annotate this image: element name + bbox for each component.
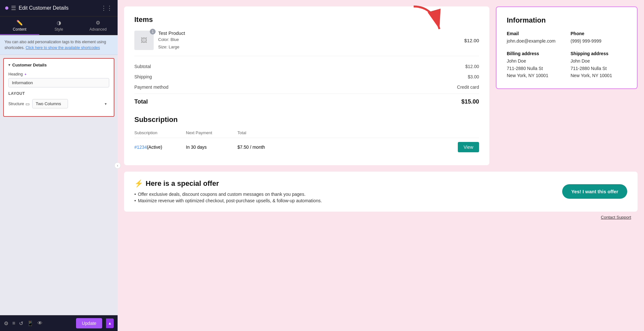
sidebar-header: ☰ Edit Customer Details ⋮⋮	[0, 0, 118, 16]
tab-content[interactable]: ✏️ Content	[0, 16, 39, 35]
contact-support-link[interactable]: Contact Support	[601, 212, 638, 220]
col-subscription: Subscription	[134, 130, 179, 135]
col-total: Total	[237, 130, 276, 135]
panel-toggle[interactable]: ▾ Customer Details	[8, 63, 109, 67]
summary-subtotal: Subtotal $12.00	[134, 61, 479, 72]
offer-button[interactable]: Yes! I want this offer	[562, 184, 627, 199]
mobile-icon[interactable]: 📱	[27, 320, 34, 326]
sub-total: $7.50 / month	[237, 145, 276, 150]
phone-value: (999) 999-9999	[571, 37, 627, 45]
information-card: Information Email john.doe@example.com P…	[496, 6, 638, 89]
layers-icon[interactable]: ≡	[12, 320, 15, 326]
product-badge: 1	[150, 29, 156, 35]
shipping-label: Shipping	[134, 74, 152, 79]
shipping-address-value: John Doe711-2880 Nulla StNew York, NY 10…	[571, 57, 627, 79]
offer-bullets: Offer exclusive deals, discount coupons …	[134, 191, 552, 204]
product-image: 🖼 1	[134, 31, 154, 50]
update-chevron-button[interactable]: ▲	[106, 318, 114, 328]
gear-icon: ⚙	[96, 20, 100, 26]
subtotal-label: Subtotal	[134, 64, 151, 69]
subscription-section: Subscription Subscription Next Payment T…	[134, 115, 479, 156]
product-row: 🖼 1 Test Product Color: Blue Size: Large…	[134, 30, 479, 56]
info-phone: Phone (999) 999-9999	[571, 31, 627, 45]
tab-style[interactable]: ◑ Style	[39, 16, 79, 35]
tab-advanced[interactable]: ⚙ Advanced	[78, 16, 118, 35]
sidebar: ☰ Edit Customer Details ⋮⋮ ✏️ Content ◑ …	[0, 0, 118, 331]
sidebar-tabs: ✏️ Content ◑ Style ⚙ Advanced	[0, 16, 118, 35]
heading-label: Heading ✦	[8, 72, 109, 76]
information-title: Information	[507, 16, 627, 25]
email-value: john.doe@example.com	[507, 37, 563, 45]
structure-label: Structure ▭	[8, 101, 30, 106]
product-price: $12.00	[464, 38, 479, 43]
subtotal-value: $12.00	[465, 64, 479, 69]
panel-title: Customer Details	[12, 63, 47, 67]
items-card: Items 🖼 1 Test Product Color: Blue Size:…	[124, 6, 489, 165]
structure-row: Structure ▭ One Column Two Columns Three…	[8, 99, 109, 108]
customer-details-panel: ▾ Customer Details Heading ✦ Layout Stru…	[3, 58, 114, 117]
phone-label: Phone	[571, 31, 627, 36]
product-info: Test Product Color: Blue Size: Large	[158, 30, 460, 51]
subscription-title: Subscription	[134, 115, 479, 124]
billing-label: Billing address	[507, 51, 563, 56]
offer-bullet-2: Maximize revenue with optimized checkout…	[134, 197, 552, 204]
total-label: Total	[134, 98, 148, 105]
top-row: Items 🖼 1 Test Product Color: Blue Size:…	[124, 6, 638, 165]
sub-id: #1234(Active)	[134, 145, 179, 150]
info-email: Email john.doe@example.com	[507, 31, 563, 45]
tab-advanced-label: Advanced	[89, 27, 106, 32]
info-banner: You can also add personalization tags to…	[0, 35, 118, 55]
layout-title: Layout	[8, 91, 109, 96]
offer-bar: ⚡ Here is a special offer Offer exclusiv…	[124, 172, 638, 212]
settings-icon[interactable]: ⚙	[4, 320, 8, 326]
history-icon[interactable]: ↺	[19, 320, 23, 326]
info-billing: Billing address John Doe711-2880 Nulla S…	[507, 51, 563, 79]
subscription-table-header: Subscription Next Payment Total	[134, 130, 479, 138]
sidebar-toolbar: ⚙ ≡ ↺ 📱 👁 Update ▲	[0, 315, 118, 331]
shortcodes-link[interactable]: Click here to show the available shortco…	[25, 45, 100, 50]
offer-title: ⚡ Here is a special offer	[134, 179, 552, 188]
preview-icon[interactable]: 👁	[37, 320, 43, 326]
product-size: Size: Large	[158, 44, 460, 51]
dot-indicator	[5, 6, 8, 10]
information-grid: Email john.doe@example.com Phone (999) 9…	[507, 31, 627, 79]
contrast-icon: ◑	[57, 20, 61, 26]
sub-next-payment: In 30 days	[186, 145, 231, 150]
summary-payment: Payment method Credit card	[134, 82, 479, 92]
subscription-link[interactable]: #1234	[134, 145, 147, 150]
lightning-icon: ⚡	[134, 179, 143, 188]
tab-content-label: Content	[13, 27, 26, 32]
product-name: Test Product	[158, 30, 460, 36]
shipping-value: $3.00	[468, 74, 479, 79]
sub-status: (Active)	[147, 145, 162, 150]
subscription-row: #1234(Active) In 30 days $7.50 / month V…	[134, 138, 479, 156]
monitor-icon: ▭	[25, 101, 30, 106]
grid-icon[interactable]: ⋮⋮	[101, 5, 112, 12]
main-content: Items 🖼 1 Test Product Color: Blue Size:…	[118, 0, 644, 331]
pencil-icon: ✏️	[16, 20, 23, 26]
offer-left: ⚡ Here is a special offer Offer exclusiv…	[134, 179, 552, 204]
chevron-down-icon: ▾	[8, 63, 10, 67]
hamburger-icon[interactable]: ☰	[11, 5, 16, 12]
layout-section: Layout Structure ▭ One Column Two Column…	[8, 91, 109, 108]
structure-select[interactable]: One Column Two Columns Three Columns	[32, 99, 68, 108]
shipping-address-label: Shipping address	[571, 51, 627, 56]
offer-bullet-1: Offer exclusive deals, discount coupons …	[134, 191, 552, 197]
heading-field-row: Heading ✦	[8, 72, 109, 87]
info-shipping: Shipping address John Doe711-2880 Nulla …	[571, 51, 627, 79]
tab-style-label: Style	[54, 27, 63, 32]
sidebar-content: You can also add personalization tags to…	[0, 35, 118, 315]
update-button[interactable]: Update	[76, 318, 102, 328]
summary-shipping: Shipping $3.00	[134, 72, 479, 82]
structure-select-wrapper: One Column Two Columns Three Columns	[32, 99, 109, 108]
sidebar-collapse-button[interactable]: ‹	[114, 162, 121, 169]
billing-value: John Doe711-2880 Nulla StNew York, NY 10…	[507, 57, 563, 79]
heading-input[interactable]	[8, 78, 109, 87]
payment-label: Payment method	[134, 85, 168, 90]
total-value: $15.00	[461, 98, 479, 105]
sparkle-icon: ✦	[24, 73, 27, 76]
image-icon: 🖼	[141, 37, 147, 44]
email-label: Email	[507, 31, 563, 36]
summary-total: Total $15.00	[134, 94, 479, 108]
view-button[interactable]: View	[458, 142, 479, 152]
